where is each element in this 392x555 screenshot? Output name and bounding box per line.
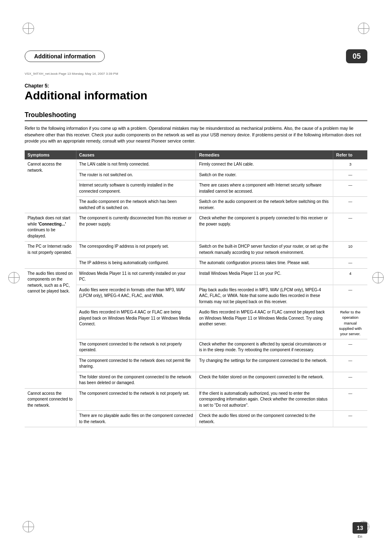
remedy-cell: Firmly connect the LAN cable.	[196, 159, 333, 170]
col-header-referto: Refer to	[333, 150, 367, 159]
cause-cell: The IP address is being automatically co…	[76, 258, 196, 269]
col-header-causes: Causes	[76, 150, 196, 159]
mid-crosshair-right	[372, 272, 384, 283]
referto-cell: —	[333, 355, 367, 372]
cause-cell: The component connected to the network i…	[76, 388, 196, 411]
file-header: VSX_94TXH_net.book Page 13 Monday, May 1…	[25, 72, 367, 76]
remedy-cell: Check whether the component is properly …	[196, 213, 333, 242]
table-row: The PC or Internet radio is not properly…	[25, 242, 367, 258]
table-row: Cannot access the component connected to…	[25, 388, 367, 411]
table-row: Audio files were recorded in formats oth…	[25, 285, 367, 307]
cause-cell: The component connected to the network i…	[76, 339, 196, 355]
referto-cell: —	[333, 285, 367, 307]
referto-cell: —	[333, 411, 367, 427]
chapter-title: Additional information	[25, 90, 367, 102]
remedy-cell: Switch on the built-in DHCP server funct…	[196, 242, 333, 258]
remedy-cell: Audio files recorded in MPEG-4 AAC or FL…	[196, 307, 333, 339]
table-row: Playback does not start while 'Connectin…	[25, 213, 367, 242]
chapter-label: Chapter 5:	[25, 83, 367, 89]
cause-cell: The router is not switched on.	[76, 170, 196, 180]
referto-cell: Refer to the operation manual supplied w…	[333, 307, 367, 339]
table-row: The audio component on the network which…	[25, 197, 367, 213]
table-row: Internet security software is currently …	[25, 180, 367, 197]
symptom-cell: Cannot access the component connected to…	[25, 388, 76, 427]
page-number: 13	[353, 522, 367, 534]
referto-cell: —	[333, 180, 367, 197]
col-header-remedies: Remedies	[196, 150, 333, 159]
cause-cell: Audio files were recorded in formats oth…	[76, 285, 196, 307]
cause-cell: The folder stored on the component conne…	[76, 372, 196, 388]
referto-cell: —	[333, 372, 367, 388]
cause-cell: The LAN cable is not firmly connected.	[76, 159, 196, 170]
referto-cell: 3	[333, 159, 367, 170]
page-lang: En	[357, 534, 362, 539]
table-header-row: Symptoms Causes Remedies Refer to	[25, 150, 367, 159]
remedy-cell: If the client is automatically authorize…	[196, 388, 333, 411]
remedy-cell: Try changing the settings for the compon…	[196, 355, 333, 372]
symptom-cell: The PC or Internet radio is not properly…	[25, 242, 76, 269]
cause-cell: Internet security software is currently …	[76, 180, 196, 197]
table-row: The audio files stored on components on …	[25, 268, 367, 285]
page-container: Additional information 05 VSX_94TXH_net.…	[0, 0, 392, 555]
remedy-cell: Install Windows Media Player 11 on your …	[196, 268, 333, 285]
table-row: The IP address is being automatically co…	[25, 258, 367, 269]
corner-crosshair-tl	[23, 23, 34, 34]
chapter-badge: 05	[346, 49, 367, 63]
col-header-symptoms: Symptoms	[25, 150, 76, 159]
referto-cell: —	[333, 258, 367, 269]
referto-cell: —	[333, 170, 367, 180]
table-row: The component connected to the network d…	[25, 355, 367, 372]
remedy-cell: Check the audio files stored on the comp…	[196, 411, 333, 427]
remedy-cell: The automatic configuration process take…	[196, 258, 333, 269]
table-row: The folder stored on the component conne…	[25, 372, 367, 388]
header-title: Additional information	[25, 51, 105, 62]
section-title: Troubleshooting	[25, 111, 367, 121]
table-row: Audio files recorded in MPEG-4 AAC or FL…	[25, 307, 367, 339]
table-row: Cannot access the network.The LAN cable …	[25, 159, 367, 170]
remedy-cell: Play back audio files recorded in MP3, W…	[196, 285, 333, 307]
referto-cell: 4	[333, 268, 367, 285]
main-content: VSX_94TXH_net.book Page 13 Monday, May 1…	[25, 72, 367, 427]
remedy-cell: Switch on the audio component on the net…	[196, 197, 333, 213]
page-footer: 13 En	[353, 522, 367, 539]
referto-cell: —	[333, 213, 367, 242]
symptom-cell: Cannot access the network.	[25, 159, 76, 213]
cause-cell: There are no playable audio files on the…	[76, 411, 196, 427]
cause-cell: The component is currently disconnected …	[76, 213, 196, 242]
table-row: There are no playable audio files on the…	[25, 411, 367, 427]
corner-crosshair-tr	[358, 23, 369, 34]
cause-cell: Windows Media Player 11 is not currently…	[76, 268, 196, 285]
mid-crosshair-left	[8, 272, 20, 283]
referto-cell: —	[333, 388, 367, 411]
remedy-cell: There are cases where a component with I…	[196, 180, 333, 197]
cause-cell: Audio files recorded in MPEG-4 AAC or FL…	[76, 307, 196, 339]
cause-cell: The corresponding IP address is not prop…	[76, 242, 196, 258]
remedy-cell: Check the folder stored on the component…	[196, 372, 333, 388]
referto-cell: —	[333, 339, 367, 355]
referto-cell: 10	[333, 242, 367, 258]
symptom-cell: The audio files stored on components on …	[25, 268, 76, 388]
symptom-cell: Playback does not start while 'Connectin…	[25, 213, 76, 242]
corner-crosshair-bl	[23, 521, 34, 532]
troubleshooting-table: Symptoms Causes Remedies Refer to Cannot…	[25, 150, 367, 427]
header-bar: Additional information 05	[25, 49, 367, 63]
cause-cell: The component connected to the network d…	[76, 355, 196, 372]
intro-text: Refer to the following information if yo…	[25, 125, 367, 145]
table-row: The component connected to the network i…	[25, 339, 367, 355]
remedy-cell: Check whether the component is affected …	[196, 339, 333, 355]
referto-cell: —	[333, 197, 367, 213]
remedy-cell: Switch on the router.	[196, 170, 333, 180]
cause-cell: The audio component on the network which…	[76, 197, 196, 213]
table-row: The router is not switched on.Switch on …	[25, 170, 367, 180]
